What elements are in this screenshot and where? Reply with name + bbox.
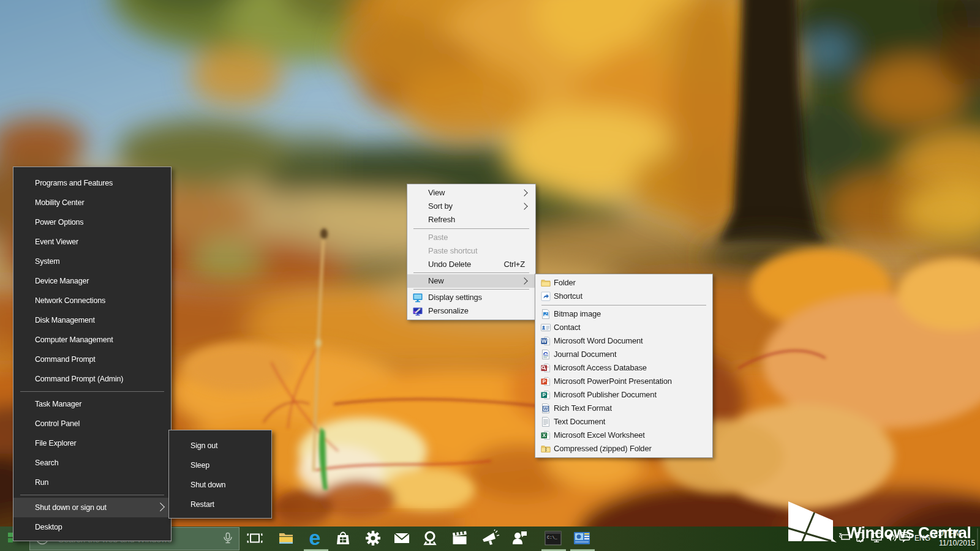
- svg-text:W: W: [544, 406, 549, 411]
- svg-text:C:\_: C:\_: [547, 535, 558, 540]
- svg-text:W: W: [541, 338, 547, 344]
- svg-text:P: P: [542, 392, 546, 398]
- svg-text:P: P: [542, 378, 546, 384]
- svg-text:X: X: [542, 432, 546, 438]
- svg-text:e: e: [309, 527, 321, 549]
